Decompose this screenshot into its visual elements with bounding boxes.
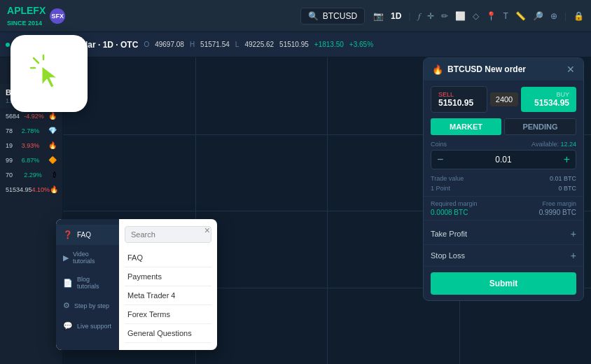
coins-plus-button[interactable]: + bbox=[564, 153, 570, 166]
pencil-icon[interactable]: ✏ bbox=[441, 11, 448, 21]
new-order-panel: 🔥 BTCUSD New order ✕ SELL 51510.95 2400 … bbox=[423, 57, 584, 301]
text-icon[interactable]: T bbox=[503, 11, 508, 21]
fire-icon: 🔥 bbox=[432, 64, 443, 75]
watch-item-5[interactable]: 51534.95 4.10% 🔥 bbox=[0, 182, 62, 197]
coins-section: Coins Available: 12.24 − 0.01 + bbox=[424, 141, 583, 174]
stop-loss-expand-icon: + bbox=[571, 250, 576, 261]
chart-header: Bitcoin vs US Dollar · 1D · OTC O 49697.… bbox=[0, 32, 591, 57]
help-menu-support[interactable]: 💬 Live support bbox=[56, 316, 119, 336]
logo-area: APLEFX SINCE 2014 SFX bbox=[7, 5, 65, 27]
click-indicator bbox=[11, 35, 88, 112]
map-pin-icon[interactable]: 📍 bbox=[486, 11, 496, 21]
help-content: FAQ Payments Meta Trader 4 Forex Terms G… bbox=[119, 219, 217, 350]
submit-button[interactable]: Submit bbox=[431, 272, 576, 295]
timeframe-label[interactable]: 1D bbox=[391, 11, 401, 21]
required-margin-block: Required margin 0.0008 BTC bbox=[431, 200, 478, 216]
separator2: | bbox=[564, 11, 566, 21]
help-close-button[interactable]: × bbox=[204, 225, 210, 236]
live-dot bbox=[6, 43, 10, 47]
panel-title: 🔥 BTCUSD New order bbox=[432, 64, 526, 75]
cursor-icon bbox=[28, 52, 70, 94]
help-menu-video[interactable]: ▶ Video tutorials bbox=[56, 245, 119, 270]
fire-icon-5: 🔥 bbox=[50, 186, 58, 193]
camera-icon[interactable]: 📷 bbox=[373, 11, 384, 21]
help-link-general[interactable]: General Questions bbox=[125, 324, 211, 343]
price-info: O 49697.08 H 51571.54 L 49225.62 51510.9… bbox=[144, 41, 373, 48]
trade-value-row: Trade value 0.01 BTC bbox=[424, 174, 583, 183]
take-profit-row[interactable]: Take Profit + bbox=[424, 223, 583, 245]
help-search-input[interactable] bbox=[125, 226, 211, 243]
help-sidebar: ❓ FAQ ▶ Video tutorials 📄 Blog tutorials… bbox=[56, 219, 119, 350]
coin-icon-3: 🔶 bbox=[48, 156, 57, 164]
help-menu-step[interactable]: ⚙ Step by step bbox=[56, 295, 119, 316]
top-bar: APLEFX SINCE 2014 SFX 🔍 BTCUSD 📷 1D | 𝑓 … bbox=[0, 0, 591, 32]
faq-icon: ❓ bbox=[63, 230, 73, 239]
point-row: 1 Point 0 BTC bbox=[424, 183, 583, 193]
buy-side: BUY 51534.95 bbox=[521, 87, 576, 112]
help-link-metatrader[interactable]: Meta Trader 4 bbox=[125, 286, 211, 305]
shapes-icon[interactable]: ◇ bbox=[473, 11, 479, 21]
take-profit-expand-icon: + bbox=[571, 228, 576, 239]
zoom-icon2[interactable]: ⊕ bbox=[550, 11, 557, 21]
cursor-svg bbox=[28, 52, 70, 94]
watch-item-3[interactable]: 99 6.87% 🔶 bbox=[0, 153, 62, 167]
coins-minus-button[interactable]: − bbox=[437, 153, 443, 166]
fire-icon-0: 🔥 bbox=[48, 112, 57, 120]
measure-icon[interactable]: 📏 bbox=[515, 11, 526, 21]
draw-icon[interactable]: 𝑓 bbox=[418, 11, 420, 21]
tab-pending[interactable]: PENDING bbox=[504, 118, 576, 135]
sell-side: SELL 51510.95 bbox=[431, 86, 487, 113]
help-menu-blog[interactable]: 📄 Blog tutorials bbox=[56, 270, 119, 295]
step-icon: ⚙ bbox=[63, 301, 70, 310]
separator: | bbox=[408, 11, 410, 21]
coins-label-row: Coins Available: 12.24 bbox=[431, 141, 576, 148]
support-icon: 💬 bbox=[63, 321, 73, 330]
blog-icon: 📄 bbox=[63, 279, 73, 288]
coin-icon-4: ₿ bbox=[53, 171, 57, 178]
search-icon: 🔍 bbox=[308, 11, 319, 21]
help-link-payments[interactable]: Payments bbox=[125, 267, 211, 286]
plus-crosshair-icon[interactable]: ✛ bbox=[427, 11, 434, 21]
close-panel-button[interactable]: ✕ bbox=[566, 64, 575, 75]
stop-loss-row[interactable]: Stop Loss + bbox=[424, 245, 583, 267]
tab-row: MARKET PENDING bbox=[424, 118, 583, 141]
coins-input-row[interactable]: − 0.01 + bbox=[431, 150, 576, 169]
margin-row: Required margin 0.0008 BTC Free margin 0… bbox=[424, 196, 583, 220]
panel-header: 🔥 BTCUSD New order ✕ bbox=[424, 58, 583, 80]
select-icon[interactable]: ⬜ bbox=[455, 11, 466, 21]
symbol-search[interactable]: 🔍 BTCUSD bbox=[300, 8, 365, 24]
help-link-forex[interactable]: Forex Terms bbox=[125, 305, 211, 324]
tab-market[interactable]: MARKET bbox=[431, 118, 501, 135]
coin-icon-1: 💎 bbox=[48, 127, 57, 134]
coins-value: 0.01 bbox=[443, 155, 563, 164]
svg-line-0 bbox=[34, 58, 39, 63]
zoom-in-icon[interactable]: 🔎 bbox=[533, 11, 543, 21]
free-margin-block: Free margin 0.9990 BTC bbox=[539, 200, 576, 216]
help-menu-faq[interactable]: ❓ FAQ bbox=[56, 225, 119, 245]
watch-item-4[interactable]: 70 2.29% ₿ bbox=[0, 167, 62, 182]
fire-icon-2: 🔥 bbox=[48, 141, 57, 149]
buy-sell-row: SELL 51510.95 2400 BUY 51534.95 bbox=[424, 80, 583, 118]
logo-text: APLEFX SINCE 2014 bbox=[7, 5, 46, 27]
lock-icon[interactable]: 🔒 bbox=[573, 11, 584, 21]
watch-item-1[interactable]: 78 2.78% 💎 bbox=[0, 123, 62, 138]
help-panel: × ❓ FAQ ▶ Video tutorials 📄 Blog tutoria… bbox=[56, 219, 217, 350]
logo-badge: SFX bbox=[50, 8, 65, 24]
qty-badge: 2400 bbox=[490, 92, 518, 106]
top-toolbar: 📷 1D | 𝑓 ✛ ✏ ⬜ ◇ 📍 T 📏 🔎 ⊕ | 🔒 bbox=[373, 11, 584, 21]
help-link-faq[interactable]: FAQ bbox=[125, 248, 211, 267]
watch-item-2[interactable]: 19 3.93% 🔥 bbox=[0, 138, 62, 153]
video-icon: ▶ bbox=[63, 253, 69, 262]
